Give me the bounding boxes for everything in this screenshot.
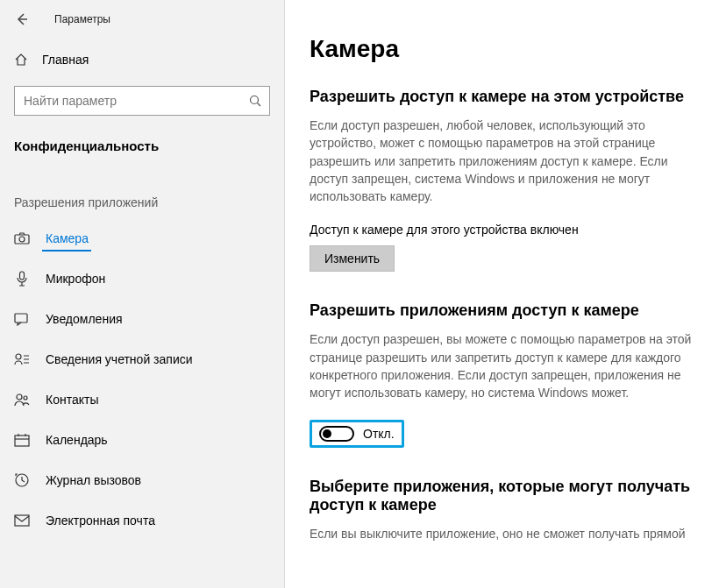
nav-item-label: Уведомления: [46, 312, 123, 326]
home-icon: [14, 53, 28, 67]
sidebar: Параметры Главная Конфиденциальность Раз…: [0, 0, 285, 588]
search-box[interactable]: [14, 86, 270, 116]
nav-home-label: Главная: [42, 53, 89, 67]
group-header: Разрешения приложений: [0, 169, 284, 218]
nav-item-label: Микрофон: [46, 272, 105, 286]
microphone-icon: [14, 271, 30, 287]
device-access-status: Доступ к камере для этого устройства вкл…: [310, 223, 694, 237]
contacts-icon: [14, 393, 30, 407]
svg-rect-9: [15, 436, 29, 446]
app-access-heading: Разрешить приложениям доступ к камере: [310, 301, 694, 320]
svg-rect-4: [20, 272, 25, 280]
svg-rect-5: [15, 314, 27, 322]
choose-apps-desc: Если вы выключите приложение, оно не смо…: [310, 525, 694, 542]
email-icon: [14, 514, 30, 527]
nav-item-label: Календарь: [46, 433, 108, 447]
svg-line-1: [258, 103, 261, 107]
window-title: Параметры: [54, 13, 110, 25]
nav-item-camera[interactable]: Камера: [0, 218, 284, 259]
section-label: Конфиденциальность: [0, 116, 284, 169]
call-history-icon: [14, 472, 30, 488]
nav-item-label: Камера: [46, 231, 89, 245]
svg-point-6: [16, 354, 21, 359]
choose-apps-section: Выберите приложения, которые могут получ…: [310, 478, 694, 542]
nav-item-email[interactable]: Электронная почта: [0, 500, 284, 541]
camera-icon: [14, 231, 30, 245]
app-access-toggle[interactable]: [319, 426, 354, 442]
nav-item-account-info[interactable]: Сведения учетной записи: [0, 339, 284, 379]
nav-item-label: Контакты: [46, 393, 98, 407]
titlebar: Параметры: [0, 5, 284, 33]
device-access-desc: Если доступ разрешен, любой человек, исп…: [310, 117, 694, 205]
nav-item-label: Сведения учетной записи: [46, 352, 193, 366]
device-access-section: Разрешить доступ к камере на этом устрой…: [310, 88, 694, 272]
search-input[interactable]: [15, 94, 269, 108]
back-button[interactable]: [9, 7, 33, 32]
notifications-icon: [14, 312, 30, 326]
svg-point-3: [19, 237, 25, 242]
content: Камера Разрешить доступ к камере на этом…: [285, 0, 719, 588]
app-access-desc: Если доступ разрешен, вы можете с помощь…: [310, 330, 694, 401]
svg-point-0: [251, 96, 259, 104]
nav-item-label: Электронная почта: [46, 514, 155, 528]
back-arrow-icon: [14, 12, 28, 26]
svg-point-7: [17, 394, 22, 400]
page-title: Камера: [310, 35, 694, 63]
app-access-section: Разрешить приложениям доступ к камере Ес…: [310, 301, 694, 447]
svg-point-8: [24, 396, 27, 400]
nav-item-contacts[interactable]: Контакты: [0, 379, 284, 420]
choose-apps-heading: Выберите приложения, которые могут получ…: [310, 478, 694, 514]
nav-item-notifications[interactable]: Уведомления: [0, 299, 284, 339]
device-access-heading: Разрешить доступ к камере на этом устрой…: [310, 88, 694, 106]
calendar-icon: [14, 433, 30, 447]
nav-item-call-history[interactable]: Журнал вызовов: [0, 460, 284, 500]
app-access-toggle-highlight: Откл.: [310, 420, 404, 448]
nav-item-calendar[interactable]: Календарь: [0, 420, 284, 460]
app-access-toggle-label: Откл.: [363, 427, 395, 441]
nav-home[interactable]: Главная: [0, 42, 284, 77]
search-icon: [248, 94, 262, 108]
nav-item-label: Журнал вызовов: [46, 473, 141, 487]
change-button[interactable]: Изменить: [310, 245, 395, 272]
svg-rect-14: [15, 515, 29, 526]
account-info-icon: [14, 352, 30, 366]
nav-item-microphone[interactable]: Микрофон: [0, 259, 284, 299]
